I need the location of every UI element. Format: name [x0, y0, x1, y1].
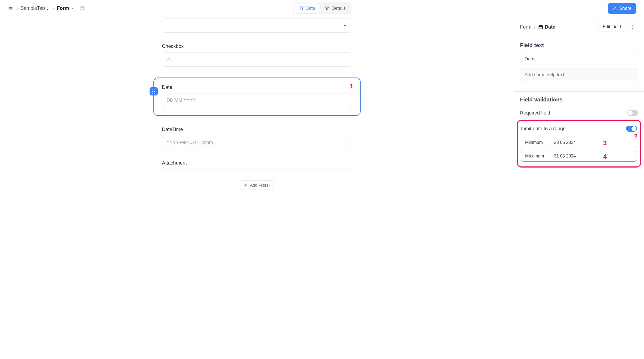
select-input[interactable]	[162, 18, 352, 33]
calendar-icon	[538, 24, 543, 29]
svg-rect-0	[299, 7, 303, 10]
data-icon	[298, 6, 303, 11]
right-panel: Form / Date Edit Field	[514, 17, 644, 359]
chevron-right-icon: ›	[16, 6, 18, 11]
annotation-1: 1	[350, 82, 353, 90]
validations-title: Field validations	[520, 97, 638, 103]
breadcrumb-table[interactable]: SampleTab…	[20, 5, 50, 11]
min-date-group: Minimum 3	[521, 137, 637, 148]
min-label: Minimum	[521, 137, 550, 148]
more-button[interactable]	[628, 22, 638, 32]
field-block-checkbox: Checkbox	[162, 44, 352, 67]
limit-range-highlight: Limit date to a range 2 Minimum 3 Maximu…	[517, 120, 641, 168]
date-input[interactable]	[162, 94, 352, 107]
add-file-label: Add File(s)	[250, 183, 270, 187]
panel-breadcrumb-field: Date	[538, 24, 555, 30]
datetime-label: DateTime	[162, 127, 352, 132]
panel-breadcrumb: Form / Date	[520, 24, 555, 30]
add-file-button[interactable]: Add File(s)	[240, 180, 274, 190]
chevron-down-icon	[71, 7, 75, 10]
breadcrumb-page-label: Form	[57, 5, 69, 11]
field-block-attachment: Attachment Add File(s)	[162, 160, 352, 201]
form-canvas: Checkbox 1 Date	[0, 17, 514, 359]
field-help-input[interactable]	[520, 69, 638, 81]
required-label: Required field	[520, 110, 550, 116]
app-logo-icon	[8, 5, 14, 11]
annotation-3: 3	[603, 139, 607, 147]
required-row: Required field	[520, 107, 638, 119]
field-name-input[interactable]	[520, 53, 638, 65]
tab-data-label: Data	[305, 6, 315, 11]
breadcrumb: › SampleTab… › Form	[8, 5, 84, 11]
chevron-right-icon: ›	[52, 6, 54, 11]
svg-point-12	[632, 26, 633, 27]
view-tabs: Data Details	[293, 2, 351, 14]
breadcrumb-sep: /	[534, 24, 535, 30]
more-vertical-icon	[632, 25, 633, 29]
edit-field-button[interactable]: Edit Field	[599, 22, 625, 32]
reload-icon[interactable]	[79, 6, 84, 11]
checkbox-input[interactable]	[162, 52, 352, 67]
attachment-dropzone[interactable]: Add File(s)	[162, 169, 352, 201]
paperclip-icon	[244, 183, 248, 187]
limit-range-row: Limit date to a range	[521, 125, 637, 134]
limit-range-label: Limit date to a range	[521, 126, 566, 132]
attachment-label: Attachment	[162, 160, 352, 166]
date-label: Date	[162, 85, 352, 90]
svg-point-5	[326, 9, 327, 10]
svg-rect-7	[539, 26, 543, 29]
svg-point-13	[632, 28, 633, 29]
limit-range-toggle[interactable]	[626, 126, 637, 132]
tab-details-label: Details	[332, 6, 346, 11]
lock-icon	[613, 6, 617, 11]
share-button-label: Share	[619, 6, 631, 11]
min-date-input[interactable]	[550, 137, 637, 148]
field-block-select	[162, 18, 352, 33]
chevron-down-icon	[343, 23, 347, 28]
tab-data[interactable]: Data	[294, 4, 320, 13]
svg-point-11	[632, 25, 633, 26]
max-date-group: Maximum 4	[521, 151, 637, 162]
field-text-title: Field text	[520, 42, 638, 48]
panel-breadcrumb-form[interactable]: Form	[520, 24, 531, 30]
max-date-input[interactable]	[550, 151, 637, 161]
section-validations: Field validations Required field Limit d…	[514, 91, 644, 175]
star-icon	[167, 57, 171, 62]
panel-header: Form / Date Edit Field	[514, 17, 644, 37]
drag-dots-icon	[152, 89, 155, 94]
field-block-datetime: DateTime	[162, 127, 352, 149]
panel-field-name: Date	[545, 24, 555, 30]
svg-rect-6	[614, 8, 616, 10]
datetime-input[interactable]	[162, 136, 352, 149]
required-toggle[interactable]	[627, 110, 638, 116]
topbar: › SampleTab… › Form Data	[0, 0, 644, 17]
tab-details[interactable]: Details	[320, 4, 350, 13]
breadcrumb-page[interactable]: Form	[57, 5, 75, 11]
section-field-text: Field text	[514, 37, 644, 91]
field-block-date[interactable]: 1 Date	[153, 78, 361, 116]
drag-handle[interactable]	[150, 87, 158, 95]
share-button[interactable]: Share	[608, 3, 636, 14]
max-label: Maximum	[521, 151, 550, 161]
form-content: Checkbox 1 Date	[132, 17, 382, 359]
annotation-4: 4	[603, 153, 607, 160]
main: Checkbox 1 Date	[0, 17, 644, 359]
checkbox-label: Checkbox	[162, 44, 352, 49]
details-icon	[324, 6, 329, 11]
